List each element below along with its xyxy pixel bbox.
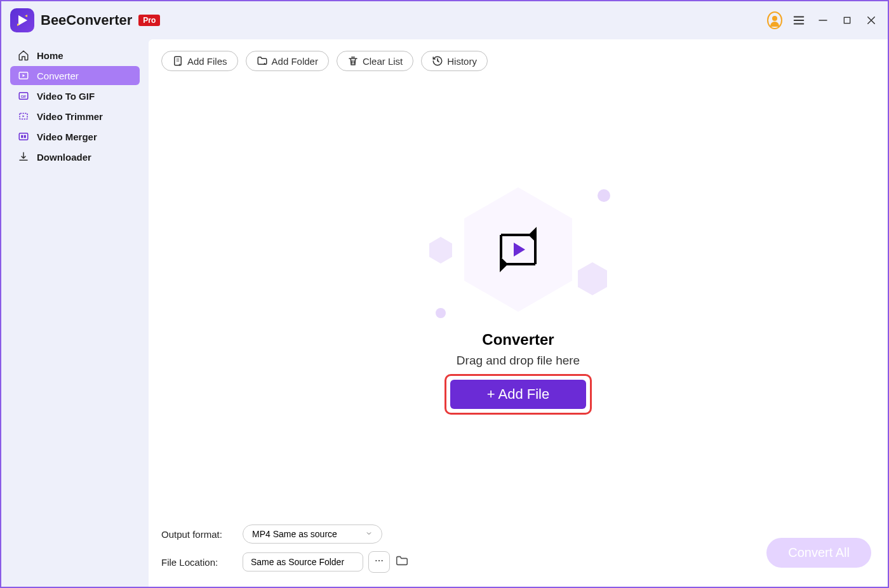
- folder-icon: [395, 554, 409, 568]
- button-label: Add Folder: [272, 56, 318, 67]
- minimize-icon: [817, 15, 829, 26]
- hamburger-icon: [792, 13, 806, 27]
- convert-all-button[interactable]: Convert All: [766, 538, 871, 568]
- avatar-icon: [767, 11, 782, 29]
- chevron-down-icon: [365, 529, 373, 539]
- output-format-select[interactable]: MP4 Same as source: [243, 525, 382, 544]
- close-button[interactable]: [864, 13, 879, 28]
- video-to-gif-icon: GIF: [18, 90, 29, 102]
- button-label: History: [447, 56, 477, 67]
- sidebar-item-video-to-gif[interactable]: GIF Video To GIF: [10, 86, 140, 105]
- sidebar-item-label: Home: [37, 50, 64, 61]
- file-location-label: File Location:: [161, 557, 231, 568]
- add-files-icon: [172, 55, 184, 67]
- home-icon: [18, 50, 29, 61]
- maximize-icon: [842, 15, 852, 25]
- sidebar-item-video-merger[interactable]: Video Merger: [10, 127, 140, 146]
- trash-icon: [347, 55, 359, 67]
- converter-illustration-icon: [490, 221, 547, 278]
- sidebar-item-home[interactable]: Home: [10, 46, 140, 65]
- svg-rect-7: [24, 135, 26, 138]
- ellipsis-icon: [374, 556, 384, 566]
- app-title: BeeConverter: [41, 12, 132, 29]
- add-folder-button[interactable]: Add Folder: [246, 51, 329, 71]
- svg-rect-5: [19, 133, 28, 140]
- file-location-field[interactable]: Same as Source Folder: [243, 552, 363, 571]
- add-folder-icon: [257, 55, 268, 67]
- maximize-button[interactable]: [839, 13, 855, 28]
- close-icon: [866, 15, 877, 26]
- output-format-label: Output format:: [161, 529, 231, 540]
- video-trimmer-icon: [18, 110, 29, 122]
- svg-text:GIF: GIF: [21, 95, 27, 98]
- video-merger-icon: [18, 131, 29, 142]
- downloader-icon: [18, 151, 29, 163]
- svg-point-11: [375, 560, 377, 561]
- svg-rect-0: [844, 17, 850, 23]
- svg-rect-6: [21, 135, 23, 138]
- minimize-button[interactable]: [815, 13, 831, 28]
- toolbar: Add Files Add Folder Clear List History: [149, 39, 888, 83]
- open-folder-button[interactable]: [395, 554, 409, 570]
- menu-button[interactable]: [791, 13, 806, 28]
- sidebar-item-video-trimmer[interactable]: Video Trimmer: [10, 107, 140, 126]
- sidebar: Home Converter GIF Video To GIF Video Tr…: [1, 39, 149, 587]
- add-files-button[interactable]: Add Files: [161, 51, 238, 71]
- add-file-highlight: + Add File: [444, 374, 592, 415]
- sidebar-item-downloader[interactable]: Downloader: [10, 147, 140, 166]
- converter-icon: [18, 70, 29, 81]
- output-format-value: MP4 Same as source: [252, 529, 337, 539]
- app-logo: [10, 8, 34, 32]
- sidebar-item-converter[interactable]: Converter: [10, 66, 140, 85]
- drop-zone[interactable]: Converter Drag and drop file here + Add …: [149, 83, 888, 518]
- add-file-button[interactable]: + Add File: [450, 380, 586, 409]
- svg-point-12: [378, 560, 380, 561]
- history-button[interactable]: History: [421, 51, 488, 71]
- account-button[interactable]: [767, 13, 782, 28]
- sidebar-item-label: Video To GIF: [37, 91, 95, 102]
- sidebar-item-label: Video Trimmer: [37, 111, 103, 122]
- stage-subtitle: Drag and drop file here: [457, 354, 580, 368]
- history-icon: [432, 55, 443, 67]
- svg-point-13: [382, 560, 383, 561]
- main-panel: Add Files Add Folder Clear List History: [149, 39, 888, 587]
- sidebar-item-label: Video Merger: [37, 131, 97, 142]
- sidebar-item-label: Converter: [37, 70, 79, 81]
- file-location-more-button[interactable]: [368, 551, 390, 573]
- sidebar-item-label: Downloader: [37, 152, 91, 163]
- button-label: Add Files: [187, 56, 227, 67]
- titlebar: BeeConverter Pro: [1, 1, 888, 39]
- clear-list-button[interactable]: Clear List: [337, 51, 413, 71]
- button-label: Clear List: [363, 56, 403, 67]
- stage-title: Converter: [482, 331, 554, 349]
- stage-illustration: [455, 186, 582, 313]
- pro-badge: Pro: [138, 15, 160, 26]
